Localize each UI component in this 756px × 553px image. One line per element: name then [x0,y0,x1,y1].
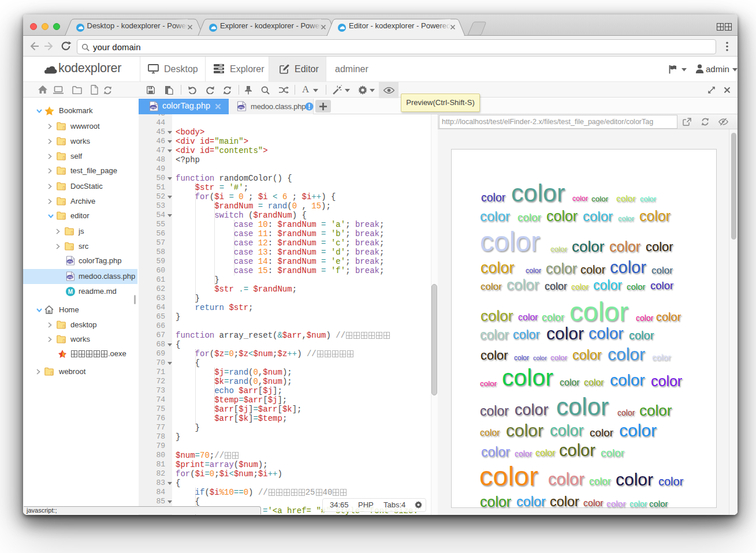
svg-text:php: php [151,106,156,109]
svg-text:M: M [68,289,73,295]
svg-text:php: php [68,275,73,279]
svg-text:php: php [68,260,73,263]
svg-text:php: php [239,106,244,109]
